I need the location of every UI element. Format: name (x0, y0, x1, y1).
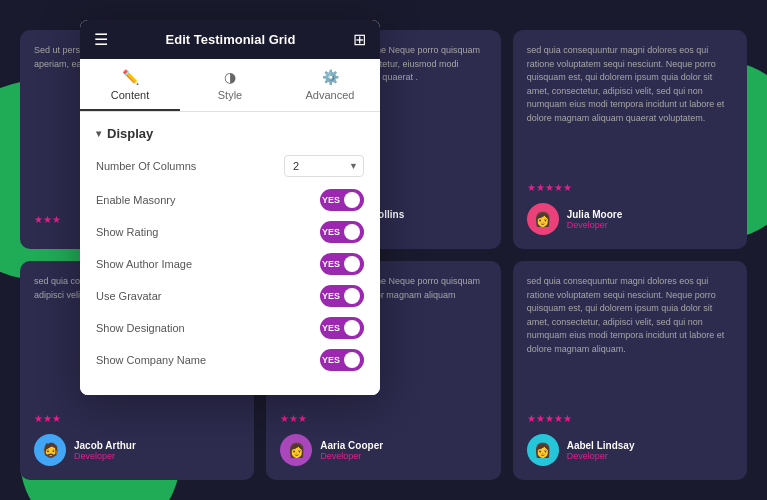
tab-content[interactable]: ✏️ Content (80, 59, 180, 111)
advanced-icon: ⚙️ (322, 69, 339, 85)
avatar: 👩 (527, 203, 559, 235)
toggle-yes-0: YES (322, 195, 340, 205)
toggle-row: Show Company NameYES (96, 349, 364, 371)
toggle-2[interactable]: YES (320, 253, 364, 275)
toggle-3[interactable]: YES (320, 285, 364, 307)
author-info: Julia MooreDeveloper (567, 209, 623, 230)
columns-label: Number Of Columns (96, 160, 196, 172)
tab-advanced[interactable]: ⚙️ Advanced (280, 59, 380, 111)
toggles-container: Enable MasonryYESShow RatingYESShow Auth… (96, 189, 364, 371)
toggle-label-5: Show Company Name (96, 354, 206, 366)
toggle-label-0: Enable Masonry (96, 194, 176, 206)
toggle-row: Show RatingYES (96, 221, 364, 243)
star-row: ★★★ (280, 408, 486, 426)
toggle-label-2: Show Author Image (96, 258, 192, 270)
panel-tabs: ✏️ Content ◑ Style ⚙️ Advanced (80, 59, 380, 112)
panel-body: ▾ Display Number Of Columns 2 1 3 4 ▼ En… (80, 112, 380, 395)
toggle-1[interactable]: YES (320, 221, 364, 243)
testimonial-text: sed quia consequuntur magni dolores eos … (527, 275, 733, 400)
author-info: Jacob ArthurDeveloper (74, 440, 136, 461)
avatar: 👩 (280, 434, 312, 466)
author-info: Aaria CooperDeveloper (320, 440, 383, 461)
author-role: Developer (567, 451, 635, 461)
content-icon: ✏️ (122, 69, 139, 85)
author-info: Aabel LindsayDeveloper (567, 440, 635, 461)
toggle-yes-4: YES (322, 323, 340, 333)
testimonial-card: sed quia consequuntur magni dolores eos … (513, 30, 747, 249)
toggle-row: Show Author ImageYES (96, 253, 364, 275)
testimonial-footer: 👩Julia MooreDeveloper (527, 203, 733, 235)
author-role: Developer (567, 220, 623, 230)
toggle-label-1: Show Rating (96, 226, 158, 238)
columns-select-wrapper: 2 1 3 4 ▼ (284, 155, 364, 177)
toggle-label-4: Show Designation (96, 322, 185, 334)
toggle-5[interactable]: YES (320, 349, 364, 371)
section-title-text: Display (107, 126, 153, 141)
testimonial-footer: 🧔Jacob ArthurDeveloper (34, 434, 240, 466)
toggle-label-3: Use Gravatar (96, 290, 161, 302)
hamburger-icon[interactable]: ☰ (94, 30, 108, 49)
toggle-yes-1: YES (322, 227, 340, 237)
tab-style[interactable]: ◑ Style (180, 59, 280, 111)
section-display: ▾ Display (96, 126, 364, 141)
avatar: 🧔 (34, 434, 66, 466)
author-name: Julia Moore (567, 209, 623, 220)
testimonial-footer: 👩Aaria CooperDeveloper (280, 434, 486, 466)
author-name: Jacob Arthur (74, 440, 136, 451)
avatar: 👩 (527, 434, 559, 466)
section-arrow: ▾ (96, 128, 101, 139)
tab-style-label: Style (218, 89, 242, 101)
tab-advanced-label: Advanced (306, 89, 355, 101)
star-row: ★★★★★ (527, 177, 733, 195)
tab-content-label: Content (111, 89, 150, 101)
toggle-yes-3: YES (322, 291, 340, 301)
toggle-yes-2: YES (322, 259, 340, 269)
toggle-yes-5: YES (322, 355, 340, 365)
toggle-0[interactable]: YES (320, 189, 364, 211)
testimonial-card: sed quia consequuntur magni dolores eos … (513, 261, 747, 480)
style-icon: ◑ (224, 69, 236, 85)
author-name: Aabel Lindsay (567, 440, 635, 451)
grid-icon[interactable]: ⊞ (353, 30, 366, 49)
author-role: Developer (74, 451, 136, 461)
panel-header: ☰ Edit Testimonial Grid ⊞ (80, 20, 380, 59)
author-role: Developer (320, 451, 383, 461)
toggle-row: Show DesignationYES (96, 317, 364, 339)
columns-row: Number Of Columns 2 1 3 4 ▼ (96, 155, 364, 177)
toggle-row: Use GravatarYES (96, 285, 364, 307)
toggle-4[interactable]: YES (320, 317, 364, 339)
star-row: ★★★ (34, 408, 240, 426)
panel-title: Edit Testimonial Grid (166, 32, 296, 47)
star-row: ★★★★★ (527, 408, 733, 426)
toggle-row: Enable MasonryYES (96, 189, 364, 211)
author-name: Aaria Cooper (320, 440, 383, 451)
testimonial-text: sed quia consequuntur magni dolores eos … (527, 44, 733, 169)
edit-panel: ☰ Edit Testimonial Grid ⊞ ✏️ Content ◑ S… (80, 20, 380, 395)
testimonial-footer: 👩Aabel LindsayDeveloper (527, 434, 733, 466)
columns-select[interactable]: 2 1 3 4 (284, 155, 364, 177)
